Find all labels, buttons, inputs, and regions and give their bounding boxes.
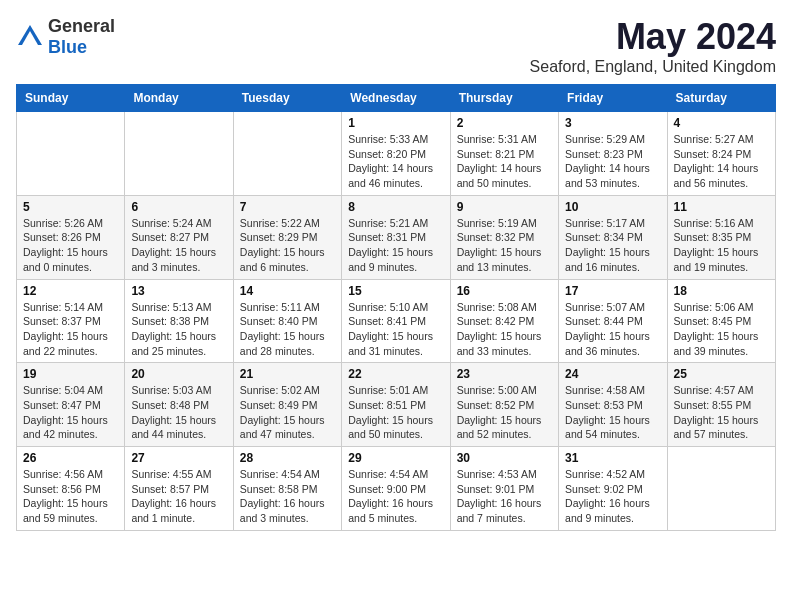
day-number: 8 [348,200,443,214]
day-number: 17 [565,284,660,298]
day-number: 1 [348,116,443,130]
calendar-week-row: 26Sunrise: 4:56 AMSunset: 8:56 PMDayligh… [17,447,776,531]
day-number: 25 [674,367,769,381]
calendar-cell: 6Sunrise: 5:24 AMSunset: 8:27 PMDaylight… [125,195,233,279]
calendar-cell: 1Sunrise: 5:33 AMSunset: 8:20 PMDaylight… [342,112,450,196]
day-number: 20 [131,367,226,381]
calendar-cell: 7Sunrise: 5:22 AMSunset: 8:29 PMDaylight… [233,195,341,279]
day-number: 5 [23,200,118,214]
calendar-cell: 18Sunrise: 5:06 AMSunset: 8:45 PMDayligh… [667,279,775,363]
day-info: Sunrise: 4:55 AMSunset: 8:57 PMDaylight:… [131,467,226,526]
day-info: Sunrise: 5:04 AMSunset: 8:47 PMDaylight:… [23,383,118,442]
calendar-cell: 22Sunrise: 5:01 AMSunset: 8:51 PMDayligh… [342,363,450,447]
day-info: Sunrise: 5:13 AMSunset: 8:38 PMDaylight:… [131,300,226,359]
calendar-cell: 28Sunrise: 4:54 AMSunset: 8:58 PMDayligh… [233,447,341,531]
calendar-title: May 2024 [530,16,776,58]
calendar-location: Seaford, England, United Kingdom [530,58,776,76]
day-number: 29 [348,451,443,465]
day-info: Sunrise: 4:52 AMSunset: 9:02 PMDaylight:… [565,467,660,526]
calendar-cell: 21Sunrise: 5:02 AMSunset: 8:49 PMDayligh… [233,363,341,447]
day-number: 13 [131,284,226,298]
day-info: Sunrise: 5:01 AMSunset: 8:51 PMDaylight:… [348,383,443,442]
calendar-header-row: SundayMondayTuesdayWednesdayThursdayFrid… [17,85,776,112]
day-info: Sunrise: 4:57 AMSunset: 8:55 PMDaylight:… [674,383,769,442]
calendar-cell: 9Sunrise: 5:19 AMSunset: 8:32 PMDaylight… [450,195,558,279]
calendar-cell: 15Sunrise: 5:10 AMSunset: 8:41 PMDayligh… [342,279,450,363]
calendar-cell: 24Sunrise: 4:58 AMSunset: 8:53 PMDayligh… [559,363,667,447]
logo-icon [16,23,44,51]
day-number: 27 [131,451,226,465]
calendar-cell: 23Sunrise: 5:00 AMSunset: 8:52 PMDayligh… [450,363,558,447]
day-info: Sunrise: 5:06 AMSunset: 8:45 PMDaylight:… [674,300,769,359]
day-info: Sunrise: 4:58 AMSunset: 8:53 PMDaylight:… [565,383,660,442]
calendar-cell: 25Sunrise: 4:57 AMSunset: 8:55 PMDayligh… [667,363,775,447]
day-info: Sunrise: 5:29 AMSunset: 8:23 PMDaylight:… [565,132,660,191]
calendar-cell: 19Sunrise: 5:04 AMSunset: 8:47 PMDayligh… [17,363,125,447]
calendar-table: SundayMondayTuesdayWednesdayThursdayFrid… [16,84,776,531]
day-info: Sunrise: 4:56 AMSunset: 8:56 PMDaylight:… [23,467,118,526]
day-number: 14 [240,284,335,298]
day-number: 24 [565,367,660,381]
day-number: 3 [565,116,660,130]
calendar-cell: 17Sunrise: 5:07 AMSunset: 8:44 PMDayligh… [559,279,667,363]
calendar-cell: 30Sunrise: 4:53 AMSunset: 9:01 PMDayligh… [450,447,558,531]
day-info: Sunrise: 5:26 AMSunset: 8:26 PMDaylight:… [23,216,118,275]
calendar-cell [125,112,233,196]
calendar-cell [667,447,775,531]
day-info: Sunrise: 5:07 AMSunset: 8:44 PMDaylight:… [565,300,660,359]
day-info: Sunrise: 5:10 AMSunset: 8:41 PMDaylight:… [348,300,443,359]
day-number: 18 [674,284,769,298]
day-number: 30 [457,451,552,465]
day-number: 26 [23,451,118,465]
logo-general: General [48,16,115,36]
day-info: Sunrise: 5:33 AMSunset: 8:20 PMDaylight:… [348,132,443,191]
calendar-cell: 13Sunrise: 5:13 AMSunset: 8:38 PMDayligh… [125,279,233,363]
day-info: Sunrise: 5:11 AMSunset: 8:40 PMDaylight:… [240,300,335,359]
day-number: 9 [457,200,552,214]
day-number: 11 [674,200,769,214]
weekday-header-saturday: Saturday [667,85,775,112]
logo-blue: Blue [48,37,87,57]
title-block: May 2024 Seaford, England, United Kingdo… [530,16,776,76]
calendar-cell: 4Sunrise: 5:27 AMSunset: 8:24 PMDaylight… [667,112,775,196]
day-info: Sunrise: 5:21 AMSunset: 8:31 PMDaylight:… [348,216,443,275]
calendar-cell: 2Sunrise: 5:31 AMSunset: 8:21 PMDaylight… [450,112,558,196]
day-number: 15 [348,284,443,298]
day-info: Sunrise: 5:19 AMSunset: 8:32 PMDaylight:… [457,216,552,275]
day-info: Sunrise: 5:14 AMSunset: 8:37 PMDaylight:… [23,300,118,359]
logo: General Blue [16,16,115,58]
weekday-header-sunday: Sunday [17,85,125,112]
day-info: Sunrise: 5:27 AMSunset: 8:24 PMDaylight:… [674,132,769,191]
day-info: Sunrise: 5:08 AMSunset: 8:42 PMDaylight:… [457,300,552,359]
calendar-cell: 5Sunrise: 5:26 AMSunset: 8:26 PMDaylight… [17,195,125,279]
day-info: Sunrise: 4:53 AMSunset: 9:01 PMDaylight:… [457,467,552,526]
calendar-cell: 8Sunrise: 5:21 AMSunset: 8:31 PMDaylight… [342,195,450,279]
day-info: Sunrise: 5:03 AMSunset: 8:48 PMDaylight:… [131,383,226,442]
calendar-cell: 12Sunrise: 5:14 AMSunset: 8:37 PMDayligh… [17,279,125,363]
calendar-week-row: 12Sunrise: 5:14 AMSunset: 8:37 PMDayligh… [17,279,776,363]
day-info: Sunrise: 4:54 AMSunset: 9:00 PMDaylight:… [348,467,443,526]
calendar-cell [233,112,341,196]
day-number: 6 [131,200,226,214]
day-number: 23 [457,367,552,381]
day-info: Sunrise: 5:24 AMSunset: 8:27 PMDaylight:… [131,216,226,275]
calendar-cell: 10Sunrise: 5:17 AMSunset: 8:34 PMDayligh… [559,195,667,279]
calendar-cell [17,112,125,196]
page-header: General Blue May 2024 Seaford, England, … [16,16,776,76]
weekday-header-monday: Monday [125,85,233,112]
day-info: Sunrise: 5:31 AMSunset: 8:21 PMDaylight:… [457,132,552,191]
weekday-header-wednesday: Wednesday [342,85,450,112]
calendar-week-row: 1Sunrise: 5:33 AMSunset: 8:20 PMDaylight… [17,112,776,196]
weekday-header-friday: Friday [559,85,667,112]
calendar-cell: 29Sunrise: 4:54 AMSunset: 9:00 PMDayligh… [342,447,450,531]
calendar-cell: 20Sunrise: 5:03 AMSunset: 8:48 PMDayligh… [125,363,233,447]
day-number: 21 [240,367,335,381]
weekday-header-tuesday: Tuesday [233,85,341,112]
day-number: 22 [348,367,443,381]
calendar-cell: 14Sunrise: 5:11 AMSunset: 8:40 PMDayligh… [233,279,341,363]
day-number: 28 [240,451,335,465]
day-number: 7 [240,200,335,214]
day-info: Sunrise: 5:22 AMSunset: 8:29 PMDaylight:… [240,216,335,275]
calendar-cell: 31Sunrise: 4:52 AMSunset: 9:02 PMDayligh… [559,447,667,531]
day-info: Sunrise: 5:16 AMSunset: 8:35 PMDaylight:… [674,216,769,275]
